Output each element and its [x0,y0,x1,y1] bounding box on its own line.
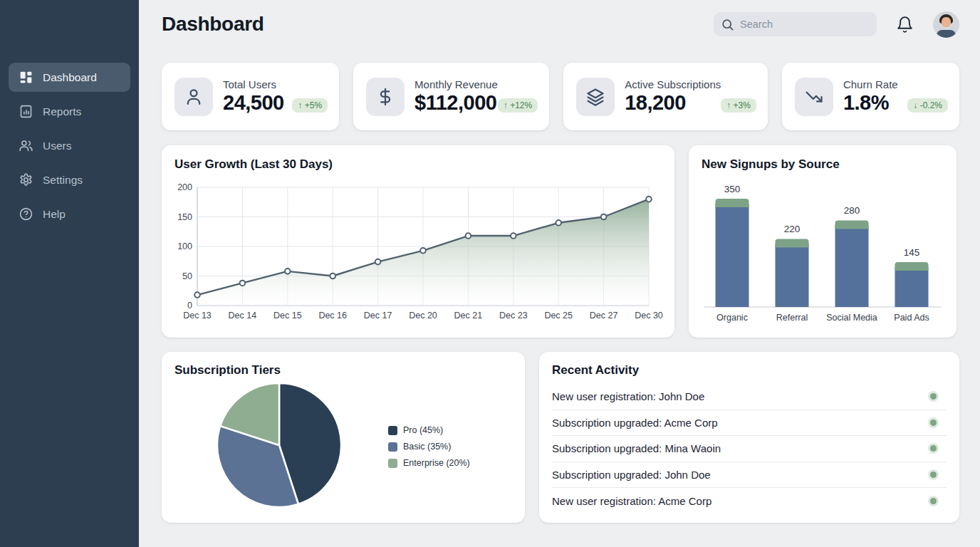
avatar-face [942,17,951,27]
svg-text:Dec 16: Dec 16 [318,311,347,321]
bell-icon [896,16,914,33]
search-input-wrapper[interactable] [714,12,877,36]
svg-text:Dec 30: Dec 30 [635,311,663,321]
sidebar-item-label: Settings [43,174,83,187]
svg-text:150: 150 [177,212,192,222]
avatar[interactable] [933,11,959,38]
stats-row: Total Users 24,500 ↑ +5% Monthly Revenue… [162,63,959,130]
users-icon [18,138,33,154]
stat-text: Monthly Revenue $112,000 [415,78,498,115]
svg-text:Referral: Referral [776,313,808,323]
stat-change-badge: ↑ +3% [721,98,756,113]
legend-label: Basic (35%) [403,442,451,452]
svg-text:Dec 25: Dec 25 [544,311,573,321]
top-bar: Dashboard [162,0,959,48]
sidebar-item-label: Help [43,208,66,221]
legend-label: Enterprise (20%) [403,458,470,468]
stat-change-badge: ↑ +12% [498,98,538,113]
help-icon [18,207,33,222]
pie-area: Pro (45%) Basic (35%) Enterprise (20%) [174,382,512,511]
svg-text:Social Media: Social Media [826,313,877,323]
dashboard-grid-icon [18,70,33,85]
stat-value: $112,000 [415,91,498,115]
sidebar-item-settings[interactable]: Settings [9,165,130,194]
list-item[interactable]: Subscription upgraded: Mina Waoin [552,436,947,462]
reports-icon [18,104,33,120]
layers-icon [576,78,615,116]
stat-text: Active Subscriptions 18,200 [625,78,721,115]
legend-item-basic: Basic (35%) [388,442,470,452]
stat-change-value: -0.2% [920,100,942,110]
legend-swatch [388,426,397,435]
stat-change-badge: ↓ -0.2% [907,98,948,113]
list-item[interactable]: Subscription upgraded: Acme Corp [552,410,947,437]
stat-label: Active Subscriptions [625,78,721,90]
svg-text:145: 145 [904,247,920,258]
chart-title: Subscription Tiers [174,363,512,377]
sidebar-item-label: Reports [43,105,81,118]
list-item[interactable]: New user registration: Acme Corp [552,488,947,514]
notifications-button[interactable] [896,16,914,33]
svg-text:Dec 15: Dec 15 [273,311,302,321]
signups-chart-card: New Signups by Source 350Organic220Refer… [689,145,956,338]
pie-legend: Pro (45%) Basic (35%) Enterprise (20%) [388,425,470,468]
svg-text:Dec 14: Dec 14 [229,311,257,321]
recent-activity-card: Recent Activity New user registration: J… [539,352,959,523]
signups-bar-chart: 350Organic220Referral280Social Media145P… [702,173,944,338]
stat-card-total-users: Total Users 24,500 ↑ +5% [162,63,339,130]
svg-text:Dec 17: Dec 17 [364,311,392,321]
legend-swatch [388,442,397,452]
search-input[interactable] [740,19,870,30]
stat-card-churn-rate: Churn Rate 1.8% ↓ -0.2% [782,63,959,130]
sidebar-item-reports[interactable]: Reports [9,97,130,126]
sidebar: Dashboard Reports [0,0,139,547]
sidebar-item-users[interactable]: Users [9,131,130,160]
status-dot [930,472,937,478]
search-icon [721,18,734,31]
legend-label: Pro (45%) [403,425,443,435]
charts-row: User Growth (Last 30 Days) 050100150200D… [162,145,959,338]
stat-label: Churn Rate [843,78,898,90]
legend-item-enterprise: Enterprise (20%) [388,458,470,468]
stat-change-value: +12% [510,100,532,110]
svg-text:Dec 21: Dec 21 [454,311,483,321]
svg-text:Organic: Organic [716,313,748,323]
stat-value: 1.8% [843,91,898,115]
activity-title: Recent Activity [552,363,947,377]
arrow-up-icon: ↑ [298,100,302,110]
stat-value: 24,500 [223,91,284,115]
chart-title: User Growth (Last 30 Days) [174,157,662,172]
stat-change-value: +3% [734,100,751,110]
list-item[interactable]: New user registration: John Doe [552,384,947,410]
arrow-down-icon: ↓ [913,100,917,110]
svg-text:350: 350 [724,184,741,194]
arrow-up-icon: ↑ [504,100,508,110]
svg-text:280: 280 [844,205,860,216]
sidebar-item-label: Dashboard [43,71,97,84]
sidebar-item-dashboard[interactable]: Dashboard [9,63,130,92]
activity-text: Subscription upgraded: Acme Corp [552,417,718,429]
stat-text: Churn Rate 1.8% [843,78,898,115]
svg-text:200: 200 [177,182,192,192]
stat-card-active-subscriptions: Active Subscriptions 18,200 ↑ +3% [563,63,768,130]
arrow-up-icon: ↑ [726,100,731,110]
stat-value: 18,200 [625,91,721,115]
svg-text:Dec 20: Dec 20 [409,311,437,321]
subscription-tiers-pie-chart [216,382,343,511]
trend-down-icon [795,78,833,116]
user-growth-line-chart: 050100150200Dec 13Dec 14Dec 15Dec 16Dec … [174,175,662,329]
status-dot [930,445,937,452]
svg-text:0: 0 [187,301,192,311]
svg-text:Dec 27: Dec 27 [590,311,618,321]
legend-item-pro: Pro (45%) [388,425,470,435]
sidebar-item-help[interactable]: Help [9,199,130,229]
status-dot [930,393,937,400]
user-icon [174,78,213,116]
main-content: Dashboard [139,0,980,547]
chart-title: New Signups by Source [702,157,944,172]
status-dot [930,498,937,504]
sidebar-nav: Dashboard Reports [0,63,139,229]
stat-card-monthly-revenue: Monthly Revenue $112,000 ↑ +12% [353,63,549,130]
list-item[interactable]: Subscription upgraded: John Doe [552,462,947,489]
activity-text: New user registration: John Doe [552,390,704,402]
